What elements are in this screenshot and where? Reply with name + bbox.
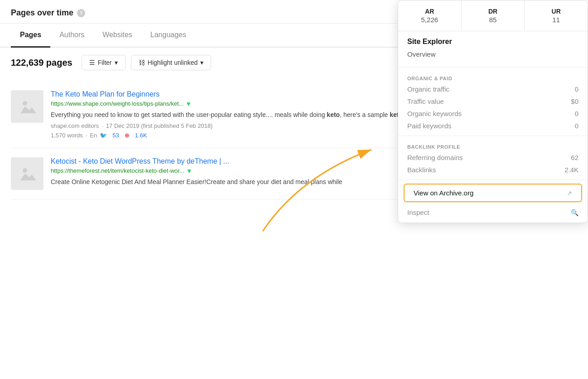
popup-referring-domains-row: Referring domains 62 [398, 151, 588, 164]
pinterest-icon: ⊕ [125, 132, 130, 139]
popup-referring-domains-label: Referring domains [407, 154, 463, 161]
item-1-dot-1: · [101, 122, 103, 129]
tab-pages[interactable]: Pages [11, 24, 50, 48]
filter-chevron-icon: ▾ [115, 59, 118, 66]
popup-stat-ur: UR 11 [525, 0, 588, 31]
popup-ur-label: UR [528, 8, 584, 15]
popup-backlinks-row: Backlinks 2.4K [398, 164, 588, 176]
popup-backlinks-label: Backlinks [407, 166, 436, 174]
item-2-link[interactable]: Ketocist - Keto Diet WordPress Theme by … [51, 157, 229, 165]
main-container: Pages over time ? Pages Authors Websites… [0, 0, 588, 379]
tab-languages[interactable]: Languages [141, 24, 195, 48]
highlight-unlinked-button[interactable]: ⛓ Highlight unlinked ▾ [131, 55, 212, 70]
arrow-annotation [245, 141, 390, 240]
popup-ar-label: AR [402, 8, 458, 15]
highlight-label: Highlight unlinked [148, 59, 198, 66]
popup-inspect-icon: 🔍 [571, 209, 578, 216]
filter-button[interactable]: ☰ Filter ▾ [82, 55, 125, 70]
filter-icon: ☰ [89, 59, 95, 66]
popup-paid-keywords-row: Paid keywords 0 [398, 120, 588, 132]
popup-backlink-category: BACKLINK PROFILE [398, 140, 588, 151]
popup-ur-value: 11 [528, 16, 584, 24]
item-1-author: shape.com editors [51, 122, 99, 129]
popup-menu: AR 5,226 DR 85 UR 11 Site Explorer Overv… [398, 0, 588, 223]
popup-paid-keywords-value: 0 [575, 122, 578, 130]
popup-inspect-label: Inspect [407, 209, 429, 216]
popup-site-explorer-section: Site Explorer Overview [398, 31, 588, 63]
item-1-url-text: https://www.shape.com/weight-loss/tips-p… [51, 100, 183, 107]
popup-stat-ar: AR 5,226 [398, 0, 462, 31]
filter-label: Filter [98, 59, 112, 66]
popup-archive-row[interactable]: View on Archive.org ↗ [404, 184, 582, 202]
popup-referring-domains-value: 62 [571, 154, 578, 161]
item-1-date: 17 Dec 2019 (first published 5 Feb 2018) [106, 122, 213, 129]
divider-3 [398, 180, 588, 180]
twitter-icon: 🐦 [100, 132, 107, 139]
highlight-icon: ⛓ [139, 59, 145, 66]
popup-organic-keywords-value: 0 [575, 110, 578, 117]
popup-archive-icon: ↗ [567, 190, 572, 197]
tab-websites[interactable]: Websites [93, 24, 141, 48]
help-icon[interactable]: ? [77, 9, 85, 17]
item-1-social: 🐦 53 ⊕ 1.6K [100, 132, 147, 139]
popup-organic-keywords-label: Organic keywords [407, 110, 462, 117]
popup-organic-category: ORGANIC & PAID [398, 71, 588, 83]
popup-stats: AR 5,226 DR 85 UR 11 [398, 0, 588, 31]
popup-organic-traffic-label: Organic traffic [407, 85, 449, 93]
popup-dr-label: DR [465, 8, 521, 15]
popup-organic-keywords-row: Organic keywords 0 [398, 107, 588, 120]
popup-traffic-value-label: Traffic value [407, 97, 444, 105]
highlight-chevron-icon: ▾ [200, 59, 203, 66]
item-1-green-triangle: ▼ [185, 100, 192, 107]
item-2-green-triangle: ▼ [186, 167, 193, 175]
svg-point-0 [23, 101, 27, 106]
popup-traffic-value-row: Traffic value $0 [398, 95, 588, 107]
svg-point-1 [23, 168, 27, 173]
popup-backlinks-value: 2.4K [564, 166, 578, 174]
item-1-twitter: 53 [112, 132, 119, 139]
popup-archive-label: View on Archive.org [414, 189, 473, 197]
divider-2 [398, 136, 588, 136]
item-1-dot-2: · [86, 132, 87, 139]
popup-organic-traffic-row: Organic traffic 0 [398, 83, 588, 95]
item-2-url-text: https://themeforest.net/item/ketocist-ke… [51, 167, 184, 174]
thumbnail-2 [11, 157, 43, 190]
thumbnail-1 [11, 90, 43, 123]
item-1-words: 1,570 words [51, 132, 83, 139]
pages-count: 122,639 pages [11, 58, 72, 68]
popup-inspect-row[interactable]: Inspect 🔍 [398, 204, 588, 223]
popup-organic-traffic-value: 0 [575, 85, 578, 93]
item-1-pinterest: 1.6K [135, 132, 147, 139]
popup-paid-keywords-label: Paid keywords [407, 122, 452, 130]
popup-traffic-value-value: $0 [571, 97, 578, 105]
item-1-lang: En [90, 132, 97, 139]
popup-dr-value: 85 [465, 16, 521, 24]
item-1-link[interactable]: The Keto Meal Plan for Beginners [51, 90, 159, 98]
tab-authors[interactable]: Authors [50, 24, 93, 48]
popup-site-explorer-title: Site Explorer [407, 38, 578, 46]
popup-stat-dr: DR 85 [462, 0, 525, 31]
page-title: Pages over time [11, 8, 73, 18]
popup-overview-link[interactable]: Overview [407, 49, 578, 60]
popup-ar-value: 5,226 [402, 16, 458, 24]
divider-1 [398, 67, 588, 68]
